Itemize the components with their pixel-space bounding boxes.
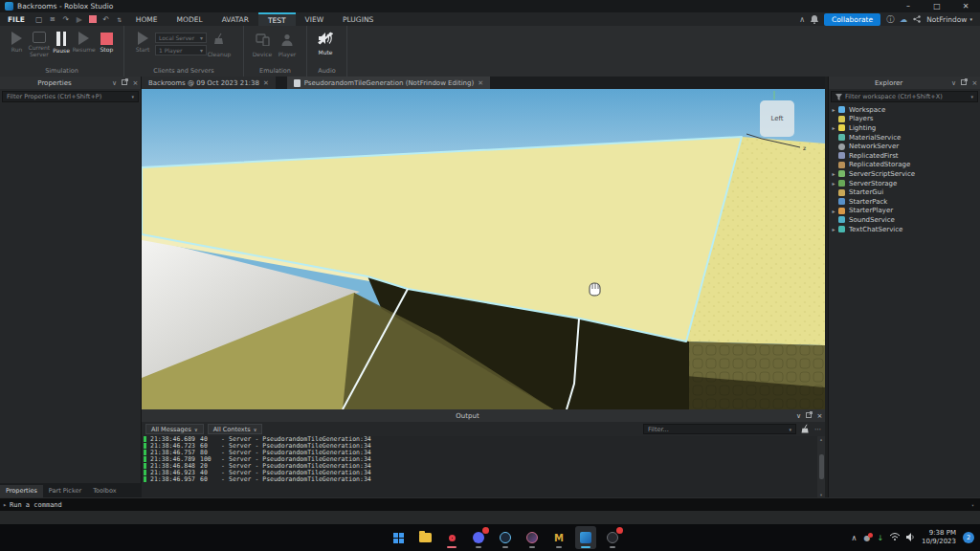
- tab-test[interactable]: TEST: [258, 12, 296, 26]
- download-arrow-icon[interactable]: ↓: [877, 534, 883, 542]
- speaker-icon[interactable]: [906, 533, 915, 543]
- tab-backrooms-place[interactable]: Backrooms @ 09 Oct 2023 21:38 ✕: [142, 77, 276, 89]
- steam-button[interactable]: [495, 526, 516, 549]
- roblox-studio-button[interactable]: [575, 526, 596, 549]
- tab-plugins[interactable]: PLUGINS: [333, 12, 383, 26]
- pause-button[interactable]: Pause: [50, 29, 72, 65]
- tree-item-starterpack[interactable]: StarterPack: [829, 197, 980, 207]
- expand-arrow-icon[interactable]: ▸: [829, 226, 838, 232]
- tab-home[interactable]: HOME: [126, 12, 167, 26]
- m-app-button[interactable]: M: [548, 526, 569, 549]
- cloud-sync-icon[interactable]: ☁: [900, 15, 907, 24]
- tree-item-materialservice[interactable]: MaterialService: [829, 133, 980, 143]
- explorer-filter-input[interactable]: Filter workspace (Ctrl+Shift+X) ▾: [831, 91, 978, 102]
- scroll-up-icon[interactable]: ▴: [819, 436, 822, 442]
- expand-arrow-icon[interactable]: ▸: [829, 124, 838, 131]
- chevron-down-icon[interactable]: ▾: [971, 502, 974, 508]
- play-quick-icon[interactable]: ▶: [73, 12, 86, 26]
- resume-button[interactable]: Resume: [73, 29, 96, 65]
- music-app-button[interactable]: [522, 526, 543, 549]
- dock-tab-properties[interactable]: Properties: [0, 485, 43, 497]
- tree-item-networkserver[interactable]: NetworkServer: [829, 142, 980, 151]
- tree-item-workspace[interactable]: ▸Workspace: [829, 105, 980, 115]
- viewport-3d[interactable]: Left z: [142, 89, 825, 409]
- popout-icon[interactable]: [959, 78, 969, 87]
- mute-button[interactable]: Mute: [313, 29, 338, 65]
- user-menu[interactable]: NotFrindow ▾: [926, 15, 972, 24]
- tree-item-replicatedfirst[interactable]: ReplicatedFirst: [829, 151, 980, 161]
- file-explorer-button[interactable]: [414, 526, 435, 549]
- maximize-button[interactable]: □: [923, 0, 951, 12]
- share-icon[interactable]: [913, 15, 921, 23]
- recorder-app-button[interactable]: [602, 526, 623, 549]
- tab-script-pseudorandom[interactable]: PseudorandomTileGeneration (NotFrindow E…: [287, 77, 490, 89]
- tree-item-players[interactable]: Players: [829, 115, 980, 124]
- wifi-icon[interactable]: [890, 533, 900, 542]
- expand-arrow-icon[interactable]: ▸: [829, 170, 838, 177]
- undo-icon[interactable]: ↶: [100, 12, 113, 26]
- close-tab-icon[interactable]: ✕: [478, 79, 483, 87]
- run-button[interactable]: Run: [6, 29, 28, 65]
- minimize-button[interactable]: –: [894, 0, 923, 12]
- tree-item-starterplayer[interactable]: ▸StarterPlayer: [829, 207, 980, 216]
- tree-item-textchatservice[interactable]: ▸TextChatService: [829, 225, 980, 234]
- alert-info-icon[interactable]: ⓘ: [886, 14, 894, 25]
- more-options-icon[interactable]: ⋯: [814, 426, 821, 433]
- record-stop-icon[interactable]: [86, 12, 100, 26]
- start-button[interactable]: Start: [130, 29, 155, 65]
- notification-count-badge[interactable]: 2: [963, 532, 974, 543]
- redo-icon[interactable]: ↷: [59, 12, 73, 26]
- clear-output-broom-icon[interactable]: [800, 424, 811, 434]
- popout-icon[interactable]: [804, 411, 814, 420]
- tree-item-startergui[interactable]: StarterGui: [829, 187, 980, 197]
- tab-view[interactable]: VIEW: [296, 12, 334, 26]
- collaborate-button[interactable]: Collaborate: [824, 13, 880, 26]
- messages-filter-dropdown[interactable]: All Messages∨: [145, 424, 204, 434]
- tree-item-soundservice[interactable]: SoundService: [829, 215, 980, 225]
- file-menu-button[interactable]: FILE: [0, 12, 33, 26]
- popout-icon[interactable]: [120, 78, 130, 87]
- tray-chevron-up-icon[interactable]: ∧: [852, 534, 858, 542]
- taskbar-clock[interactable]: 9:38 PM 10/9/2023: [922, 529, 956, 546]
- tree-item-serverscriptservice[interactable]: ▸ServerScriptService: [829, 169, 980, 179]
- chevron-down-icon[interactable]: ∨: [109, 79, 120, 87]
- expand-arrow-icon[interactable]: ▸: [829, 106, 838, 113]
- collapse-ribbon-icon[interactable]: ∧: [799, 15, 805, 24]
- expand-arrow-icon[interactable]: ▸: [829, 208, 838, 214]
- quick-access-customize-icon[interactable]: ⇅: [113, 12, 126, 26]
- output-filter-input[interactable]: Filter... ▾: [643, 424, 796, 434]
- close-panel-icon[interactable]: ×: [130, 79, 141, 87]
- close-panel-icon[interactable]: ×: [969, 79, 980, 87]
- tree-item-replicatedstorage[interactable]: ReplicatedStorage: [829, 161, 980, 170]
- properties-filter-input[interactable]: Filter Properties (Ctrl+Shift+P) ▾: [2, 91, 139, 102]
- discord-button[interactable]: [468, 526, 489, 549]
- device-button[interactable]: Device: [250, 29, 275, 65]
- opera-browser-button[interactable]: [441, 526, 462, 549]
- dock-tab-part-picker[interactable]: Part Picker: [43, 485, 87, 497]
- close-tab-icon[interactable]: ✕: [263, 79, 269, 87]
- notification-bell-icon[interactable]: [811, 15, 818, 24]
- command-bar[interactable]: ▸ Run a command ▾: [0, 497, 980, 511]
- player-emulation-button[interactable]: Player: [275, 29, 300, 65]
- expand-arrow-icon[interactable]: ▸: [829, 180, 838, 187]
- stop-button[interactable]: Stop: [96, 29, 118, 65]
- tray-app-icon[interactable]: ●: [863, 534, 870, 542]
- tab-model[interactable]: MODEL: [167, 12, 212, 26]
- current-server-button[interactable]: Current Server: [28, 29, 50, 65]
- tree-item-serverstorage[interactable]: ▸ServerStorage: [829, 179, 980, 188]
- output-scrollbar[interactable]: ▴ ▾: [817, 436, 825, 497]
- open-file-icon[interactable]: ⧈: [46, 12, 59, 26]
- contexts-filter-dropdown[interactable]: All Contexts∨: [208, 424, 263, 434]
- chevron-down-icon[interactable]: ∨: [793, 412, 804, 420]
- dock-tab-toolbox[interactable]: Toolbox: [87, 485, 122, 497]
- player-count-dropdown[interactable]: 1 Player▾: [155, 45, 207, 55]
- chevron-down-icon[interactable]: ∨: [948, 79, 959, 87]
- cleanup-button[interactable]: Cleanup: [207, 29, 232, 65]
- local-server-dropdown[interactable]: Local Server▾: [155, 33, 207, 43]
- tree-item-lighting[interactable]: ▸Lighting: [829, 123, 980, 133]
- scrollbar-thumb[interactable]: [819, 454, 824, 479]
- output-log-list[interactable]: 21:38:46.68940-Server - PseudorandomTile…: [142, 436, 825, 497]
- tab-avatar[interactable]: AVATAR: [212, 12, 258, 26]
- close-panel-icon[interactable]: ×: [814, 412, 825, 420]
- start-button[interactable]: [388, 526, 409, 549]
